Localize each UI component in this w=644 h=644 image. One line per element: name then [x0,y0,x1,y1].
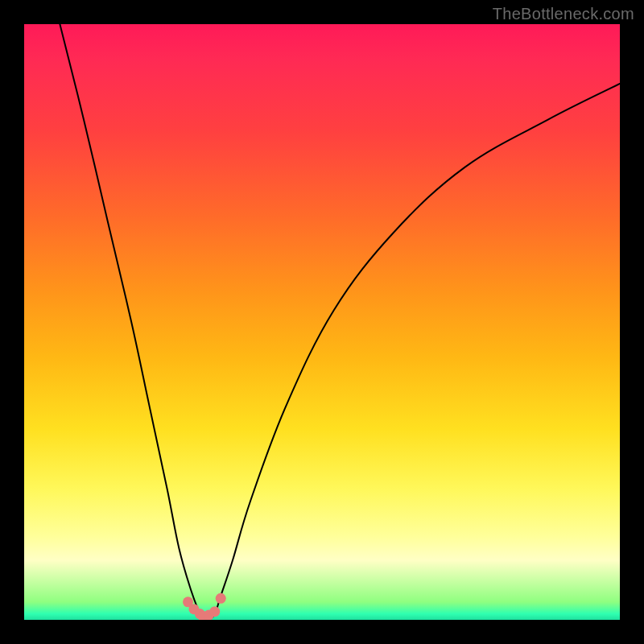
highlight-dot [209,606,220,617]
watermark-text: TheBottleneck.com [493,5,634,23]
plot-frame [24,24,620,620]
highlight-dot [216,593,226,604]
highlight-dots [183,593,226,620]
bottleneck-curve [60,24,620,620]
curve-layer [24,24,620,620]
